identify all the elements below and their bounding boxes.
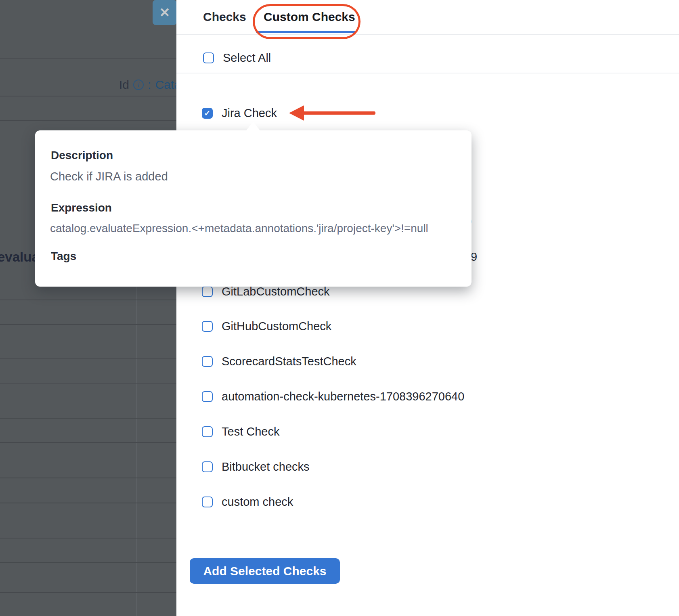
check-item-label: automation-check-kubernetes-170839627064… (222, 390, 464, 403)
table-row-divider (0, 358, 176, 359)
checkbox-checked[interactable]: ✓ (202, 108, 213, 119)
checkbox-unchecked[interactable] (202, 321, 213, 332)
table-row-divider (0, 562, 176, 563)
jira-check-tooltip: Description Check if JIRA is added Expre… (35, 130, 472, 287)
table-row-divider (0, 383, 176, 384)
table-row-divider (0, 478, 176, 478)
table-row-divider (0, 503, 176, 503)
checkbox-unchecked[interactable] (202, 356, 213, 367)
hidden-item-fragment: 9 (471, 250, 477, 264)
check-item-label: ScorecardStatsTestCheck (222, 355, 356, 368)
check-list-item: GitHubCustomCheck (202, 315, 331, 337)
check-item-label: Jira Check (222, 107, 277, 120)
annotation-arrow-head (289, 105, 304, 121)
check-list-item: automation-check-kubernetes-170839627064… (202, 386, 464, 407)
tooltip-caret (246, 122, 260, 130)
custom-checks-panel (176, 0, 679, 616)
table-row-divider (0, 418, 176, 419)
table-row-divider (0, 120, 176, 121)
select-all-label: Select All (223, 51, 271, 65)
table-row-divider (0, 592, 176, 593)
check-item-label: GitLabCustomCheck (222, 285, 330, 298)
table-row-divider (0, 300, 176, 300)
table-row-divider (0, 58, 176, 59)
select-all-checkbox[interactable] (203, 52, 214, 63)
check-item-label: custom check (222, 495, 293, 509)
check-list-item: ✓Jira Check (202, 102, 277, 124)
info-icon: i (133, 80, 144, 90)
checkbox-unchecked[interactable] (202, 497, 213, 507)
tooltip-description-heading: Description (51, 149, 113, 162)
header-value: Cata (155, 78, 176, 92)
check-list-item: Bitbucket checks (202, 456, 310, 478)
table-row-divider (0, 96, 176, 96)
close-button[interactable]: ✕ (153, 0, 177, 25)
add-selected-checks-button[interactable]: Add Selected Checks (190, 558, 340, 584)
table-header-id: Id i : Cata (119, 78, 176, 92)
checkbox-unchecked[interactable] (202, 461, 213, 472)
checkbox-unchecked[interactable] (202, 391, 213, 402)
header-separator: : (148, 78, 151, 92)
close-icon: ✕ (159, 5, 170, 20)
dimmed-backdrop: Id i : Cata evaluat (0, 0, 176, 616)
table-row-divider (0, 442, 176, 443)
tooltip-expression-code: catalog.evaluateExpression.<+metadata.an… (50, 222, 428, 235)
check-item-label: Test Check (222, 425, 279, 438)
annotation-arrow (303, 111, 375, 115)
tooltip-description-body: Check if JIRA is added (50, 170, 168, 183)
tooltip-tags-heading: Tags (51, 250, 76, 263)
id-column-label: Id (119, 78, 129, 92)
select-all-row: Select All (203, 51, 271, 65)
checkbox-unchecked[interactable] (202, 286, 213, 297)
check-item-label: GitHubCustomCheck (222, 320, 331, 333)
select-all-divider (176, 73, 679, 73)
tab-checks[interactable]: Checks (203, 10, 246, 24)
table-row-divider (0, 324, 176, 325)
checkbox-unchecked[interactable] (202, 426, 213, 437)
check-item-label: Bitbucket checks (222, 460, 310, 474)
check-list-item: custom check (202, 491, 293, 513)
check-list-item: Test Check (202, 421, 279, 442)
tooltip-expression-heading: Expression (51, 201, 112, 214)
table-row-divider (0, 538, 176, 538)
check-list-item: ScorecardStatsTestCheck (202, 350, 356, 372)
annotation-oval (253, 4, 360, 39)
tabs-divider (176, 34, 679, 35)
